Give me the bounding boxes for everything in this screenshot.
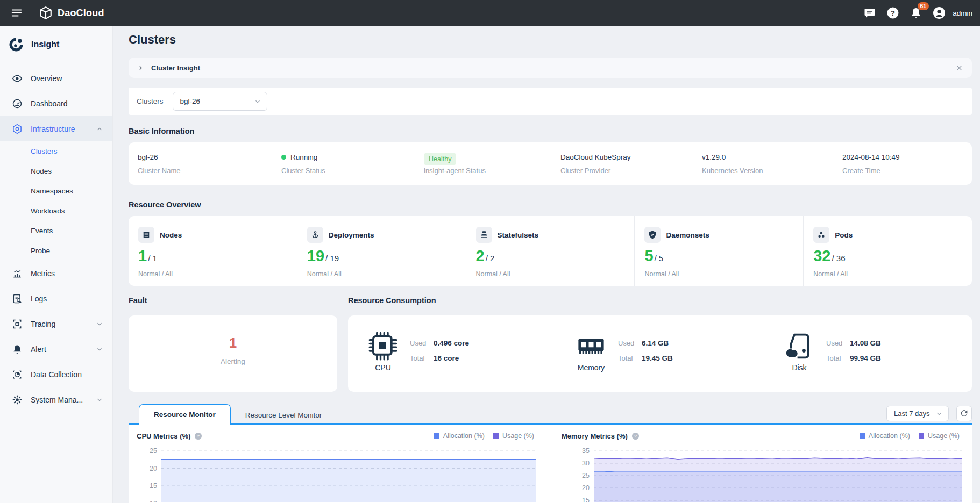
chevron-right-icon[interactable]: [137, 64, 144, 71]
cpu-metrics-chart: CPU Metrics (%)? Allocation (%)Usage (%)…: [137, 425, 537, 503]
sidebar-item-label: Namespaces: [31, 187, 73, 195]
username[interactable]: admin: [953, 9, 972, 17]
sidebar-item-label: Workloads: [31, 207, 65, 215]
cluster-select-value: bgl-26: [180, 97, 201, 105]
tab-resource-level-monitor[interactable]: Resource Level Monitor: [231, 405, 337, 425]
brand[interactable]: DaoCloud: [39, 6, 104, 20]
all-count: / 36: [832, 254, 845, 263]
legend-item[interactable]: Usage (%): [919, 432, 960, 440]
chevron-down-icon: [96, 346, 103, 353]
all-count: / 5: [655, 254, 664, 263]
consumption-name: CPU: [364, 363, 402, 372]
svg-text:?: ?: [197, 434, 200, 439]
avatar[interactable]: [933, 6, 946, 19]
sidebar-item-tracing[interactable]: Tracing: [0, 311, 112, 336]
cpu-chart-plot[interactable]: 25201510: [137, 441, 537, 502]
consumption-memory: MemoryUsed6.14 GBTotal19.45 GB: [556, 315, 764, 392]
refresh-button[interactable]: [956, 406, 972, 421]
sidebar-item-clusters[interactable]: Clusters: [0, 141, 112, 161]
overview-card-daemonsets[interactable]: Daemonsets5/ 5Normal / All: [634, 216, 803, 286]
consumption-name: Disk: [780, 363, 818, 372]
legend-item[interactable]: Usage (%): [493, 432, 534, 440]
svg-text:?: ?: [891, 9, 895, 17]
sidebar-item-label: Alert: [31, 345, 46, 354]
menu-icon[interactable]: [11, 7, 23, 19]
svg-text:25: 25: [582, 472, 590, 479]
cpu-chart-title: CPU Metrics (%): [137, 432, 190, 440]
cpu-icon: [368, 332, 397, 361]
basic-info-label: Cluster Provider: [560, 167, 610, 175]
cluster-select[interactable]: bgl-26: [173, 92, 267, 111]
normal-count: 32: [813, 247, 830, 264]
close-icon[interactable]: [955, 64, 963, 72]
sidebar-item-events[interactable]: Events: [0, 221, 112, 241]
basic-information-card: bgl-26Cluster NameRunningCluster StatusH…: [129, 142, 972, 185]
sidebar-item-namespaces[interactable]: Namespaces: [0, 181, 112, 201]
basic-info-label: insight-agent Status: [424, 167, 486, 175]
chevron-down-icon: [96, 396, 103, 404]
sidebar-nav: OverviewDashboardInfrastructureClustersN…: [0, 63, 112, 412]
fault-title: Fault: [129, 296, 147, 305]
sidebar-item-nodes[interactable]: Nodes: [0, 161, 112, 181]
legend-item[interactable]: Allocation (%): [434, 432, 485, 440]
sidebar-item-label: Dashboard: [31, 99, 68, 108]
sidebar-item-alert[interactable]: Alert: [0, 336, 112, 362]
used-value: 6.14 GB: [642, 339, 669, 347]
sidebar-item-label: Data Collection: [31, 370, 82, 379]
overview-card-deployments[interactable]: Deployments19/ 19Normal / All: [297, 216, 466, 286]
cluster-insight-label: Cluster Insight: [151, 64, 200, 72]
basic-info-value: v1.29.0: [702, 153, 726, 161]
sidebar-item-overview[interactable]: Overview: [0, 66, 112, 91]
memory-metrics-chart: Memory Metrics (%)? Allocation (%)Usage …: [562, 425, 963, 503]
consumption-cpu: CPUUsed0.496 coreTotal16 core: [348, 315, 556, 392]
refresh-icon: [960, 409, 969, 418]
sidebar-item-system-mana[interactable]: System Mana...: [0, 387, 112, 412]
disk-icon: [785, 332, 814, 361]
topbar-actions: ? 61 admin: [863, 6, 980, 19]
sidebar-item-dashboard[interactable]: Dashboard: [0, 91, 112, 116]
legend-swatch: [434, 433, 439, 439]
normal-all-label: Normal / All: [813, 270, 972, 278]
time-range-select[interactable]: Last 7 days: [886, 406, 949, 421]
brand-name: DaoCloud: [58, 8, 104, 19]
overview-card-pods[interactable]: Pods32/ 36Normal / All: [803, 216, 972, 286]
basic-info-value: bgl-26: [138, 153, 158, 161]
resource-consumption-title: Resource Consumption: [348, 296, 436, 305]
sidebar-item-logs[interactable]: Logs: [0, 286, 112, 311]
normal-count: 5: [644, 247, 653, 264]
overview-card-nodes[interactable]: Nodes1/ 1Normal / All: [129, 216, 297, 286]
sidebar-item-label: System Mana...: [31, 396, 83, 404]
tab-resource-monitor[interactable]: Resource Monitor: [139, 404, 231, 425]
sidebar-item-workloads[interactable]: Workloads: [0, 201, 112, 221]
monitor-tabs: Resource Monitor Resource Level Monitor: [139, 404, 336, 425]
gauge-icon: [12, 98, 23, 109]
sidebar-item-data-collection[interactable]: Data Collection: [0, 362, 112, 387]
question-circle-icon[interactable]: ?: [194, 432, 202, 440]
messages-icon[interactable]: [863, 6, 876, 19]
overview-card-label: Statefulsets: [498, 231, 539, 239]
total-label: Total: [410, 354, 434, 362]
statefulsets-icon: [476, 227, 492, 243]
used-label: Used: [826, 339, 850, 347]
chevron-up-icon: [96, 125, 103, 133]
help-icon[interactable]: ?: [886, 6, 899, 19]
notifications-bell[interactable]: 61: [910, 6, 922, 19]
svg-text:10: 10: [150, 500, 157, 502]
question-circle-icon[interactable]: ?: [631, 432, 640, 440]
overview-card-statefulsets[interactable]: Statefulsets2/ 2Normal / All: [466, 216, 635, 286]
used-label: Used: [410, 339, 434, 347]
legend-swatch: [860, 433, 865, 439]
memory-chart-plot[interactable]: 3530252015: [562, 441, 963, 502]
basic-info-value: Healthy: [424, 153, 456, 165]
notification-badge: 61: [918, 2, 929, 10]
sidebar-item-infrastructure[interactable]: Infrastructure: [0, 116, 112, 141]
filter-bar: Clusters bgl-26: [129, 88, 972, 115]
all-count: / 1: [148, 254, 157, 263]
sidebar-item-probe[interactable]: Probe: [0, 241, 112, 261]
sidebar-item-metrics[interactable]: Metrics: [0, 261, 112, 286]
overview-card-label: Deployments: [329, 231, 374, 239]
cluster-insight-panel[interactable]: Cluster Insight: [129, 58, 972, 78]
legend-item[interactable]: Allocation (%): [860, 432, 910, 440]
basic-info-value: Running: [281, 153, 317, 161]
normal-count: 2: [476, 247, 485, 264]
